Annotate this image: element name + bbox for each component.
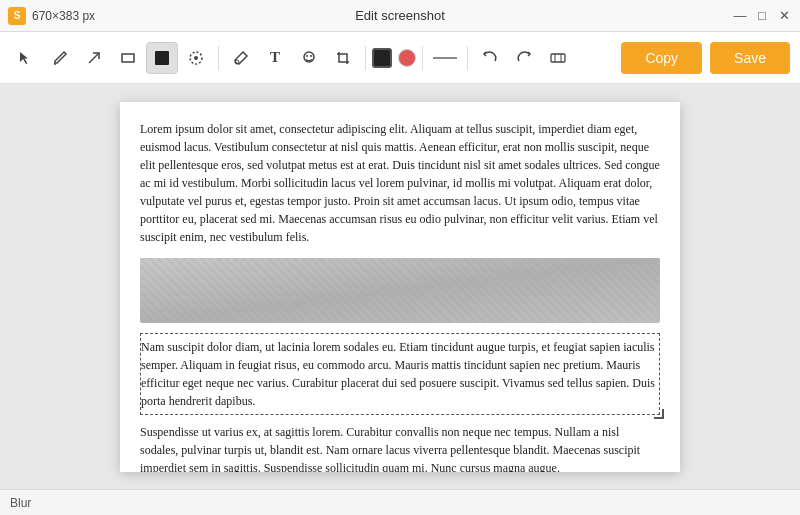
stamp-icon [301,50,317,66]
blur-tool-button[interactable] [180,42,212,74]
text-tool-button[interactable]: T [259,42,291,74]
selected-region[interactable]: Nam suscipit dolor diam, ut lacinia lore… [140,333,660,415]
title-bar: S 670×383 px Edit screenshot — □ ✕ [0,0,800,32]
select-icon [18,50,34,66]
undo-button[interactable] [474,42,506,74]
rectangle-icon [120,50,136,66]
separator-4 [467,46,468,70]
maximize-button[interactable]: □ [754,8,770,24]
brush-icon [233,50,249,66]
dimensions-label: 670×383 px [32,9,95,23]
close-button[interactable]: ✕ [776,8,792,24]
fill-icon [154,50,170,66]
redo-button[interactable] [508,42,540,74]
arrow-tool-button[interactable] [78,42,110,74]
toolbar: T [0,32,800,84]
fill-tool-button[interactable] [146,42,178,74]
redo-icon [516,50,532,66]
stamp-tool-button[interactable] [293,42,325,74]
canvas-area: Lorem ipsum dolor sit amet, consectetur … [0,84,800,489]
svg-rect-11 [551,54,565,62]
undo-icon [482,50,498,66]
rectangle-tool-button[interactable] [112,42,144,74]
text-block-3: Suspendisse ut varius ex, at sagittis lo… [140,423,660,472]
save-button[interactable]: Save [710,42,790,74]
text-icon: T [270,49,280,66]
resize-handle[interactable] [654,409,664,419]
color-red-swatch[interactable] [398,49,416,67]
separator-2 [365,46,366,70]
select-tool-button[interactable] [10,42,42,74]
blurred-image [140,258,660,323]
svg-point-8 [306,55,308,57]
crop-icon [335,50,351,66]
more-options-button[interactable] [542,42,574,74]
paragraph-1: Lorem ipsum dolor sit amet, consectetur … [140,122,660,244]
paragraph-3: Suspendisse ut varius ex, at sagittis lo… [140,425,640,472]
paragraph-2: Nam suscipit dolor diam, ut lacinia lore… [141,340,655,408]
status-bar: Blur [0,489,800,515]
svg-line-1 [89,53,99,63]
toolbar-actions: Copy Save [621,42,790,74]
copy-button[interactable]: Copy [621,42,702,74]
separator-1 [218,46,219,70]
separator-3 [422,46,423,70]
window-controls: — □ ✕ [732,8,792,24]
pen-icon [52,50,68,66]
title-bar-left: S 670×383 px [8,7,95,25]
svg-point-5 [194,56,198,60]
arrow-icon [86,50,102,66]
canvas-content: Lorem ipsum dolor sit amet, consectetur … [120,102,680,472]
window-title: Edit screenshot [355,8,445,23]
blur-icon [188,50,204,66]
crop-tool-button[interactable] [327,42,359,74]
brush-tool-button[interactable] [225,42,257,74]
svg-rect-2 [122,54,134,62]
more-icon [550,50,566,66]
minimize-button[interactable]: — [732,8,748,24]
color-black-swatch[interactable] [372,48,392,68]
app-icon: S [8,7,26,25]
status-text: Blur [10,496,31,510]
pen-tool-button[interactable] [44,42,76,74]
svg-point-9 [310,55,312,57]
screenshot-canvas[interactable]: Lorem ipsum dolor sit amet, consectetur … [120,102,680,472]
svg-rect-3 [155,51,169,65]
line-style-icon [431,50,459,66]
text-block-1: Lorem ipsum dolor sit amet, consectetur … [140,120,660,246]
